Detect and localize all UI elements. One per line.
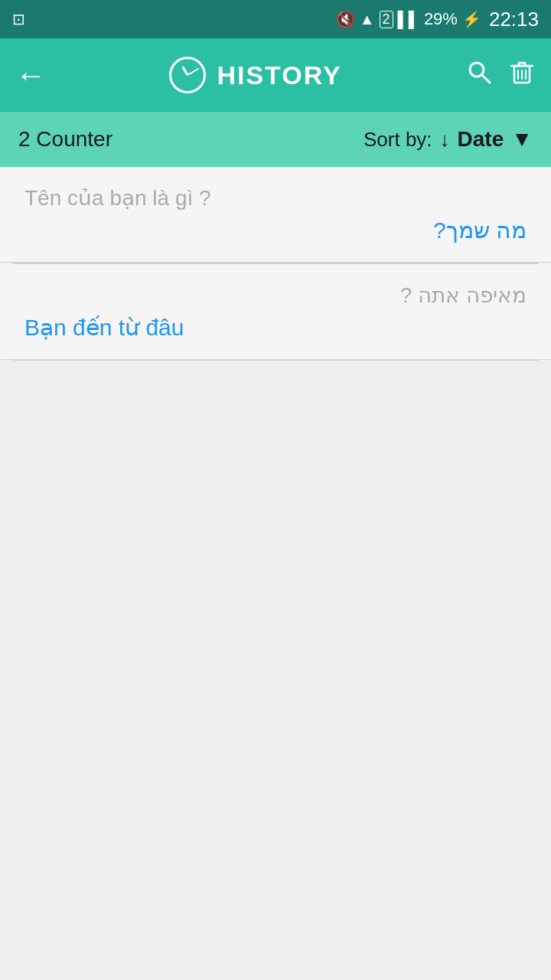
history-item[interactable]: Tên của bạn là gì ? מה שמך? (0, 167, 551, 263)
history-item-translation-he: מה שמך? (24, 217, 527, 243)
delete-icon[interactable] (508, 58, 536, 93)
item-separator-2 (12, 360, 539, 361)
svg-line-1 (482, 75, 490, 83)
history-item-translation-vi: Bạn đến từ đâu (24, 314, 527, 341)
sort-direction-icon: ↓ (440, 128, 450, 152)
wifi-icon: ▲ (360, 11, 375, 28)
clock-icon (169, 57, 206, 93)
counter-text: 2 Counter (18, 127, 364, 152)
sim2-icon: 2 (380, 11, 393, 28)
battery-icon: ⚡ (462, 10, 481, 28)
sub-header: 2 Counter Sort by: ↓ Date ▼ (0, 112, 551, 167)
status-time: 22:13 (489, 8, 539, 31)
app-bar: ← HISTORY (0, 38, 551, 112)
status-left-icons: ⊡ (12, 10, 25, 28)
status-right-icons: 🔇 ▲ 2 ▌▌ 29% ⚡ 22:13 (336, 8, 539, 31)
battery-percent: 29% (424, 9, 458, 29)
sort-group[interactable]: Sort by: ↓ Date ▼ (364, 127, 533, 152)
clock-hand-minute (187, 68, 200, 76)
content-area: Tên của bạn là gì ? מה שמך? מאיפה אתה ? … (0, 167, 551, 980)
mute-icon: 🔇 (336, 10, 355, 28)
app-bar-title-group: HISTORY (58, 57, 453, 93)
history-item-question-he: מאיפה אתה ? (24, 283, 527, 308)
history-item-question-vi: Tên của bạn là gì ? (24, 185, 527, 211)
app-bar-title: HISTORY (217, 60, 341, 90)
status-bar: ⊡ 🔇 ▲ 2 ▌▌ 29% ⚡ 22:13 (0, 0, 551, 38)
search-icon[interactable] (465, 58, 493, 93)
signal-icon: ▌▌ (398, 11, 419, 28)
app-bar-actions (465, 58, 536, 93)
sort-value: Date (458, 127, 504, 152)
sort-dropdown-icon[interactable]: ▼ (511, 127, 533, 152)
sort-by-label: Sort by: (364, 128, 432, 152)
history-item[interactable]: מאיפה אתה ? Bạn đến từ đâu (0, 264, 551, 360)
screenshot-icon: ⊡ (12, 10, 25, 28)
back-button[interactable]: ← (15, 58, 46, 93)
